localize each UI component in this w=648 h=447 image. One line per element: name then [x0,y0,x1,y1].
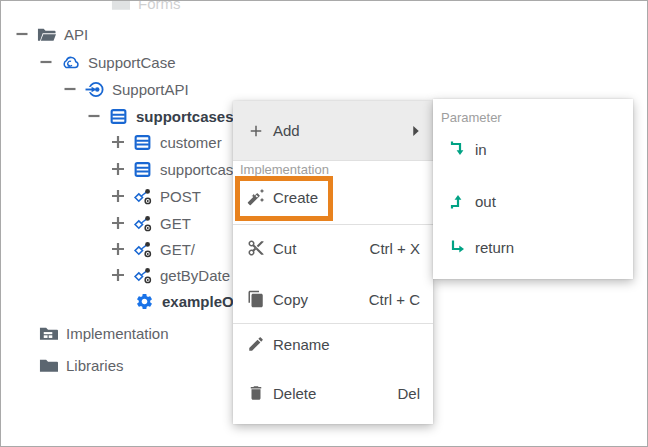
parameter-submenu: Parameter in out return [433,99,633,279]
tree-item-get-slash[interactable]: GET/ [111,236,195,262]
operation-icon [133,214,152,233]
table-icon [133,160,152,179]
tree-item-label: Forms [138,0,181,12]
tree-item-get[interactable]: GET [111,210,191,236]
submenu-item-in[interactable]: in [433,129,633,169]
menu-item-shortcut: Ctrl + C [369,291,420,308]
tree-item-label: SupportAPI [112,81,189,98]
menu-divider [233,160,433,161]
menu-item-cut[interactable]: Cut Ctrl + X [233,228,433,268]
tree-item-supportapi[interactable]: SupportAPI [63,76,189,102]
menu-item-copy[interactable]: Copy Ctrl + C [233,279,433,319]
folder-open-icon [37,25,56,44]
copy-icon [247,290,265,308]
submenu-section-parameter: Parameter [441,110,502,125]
folder-icon [111,0,130,13]
menu-item-create[interactable]: Create [233,177,433,217]
arrow-return-icon [449,238,467,256]
menu-item-label: Rename [273,336,330,353]
tree-item-supportcases[interactable]: supportcases [87,103,234,129]
table-icon [133,133,152,152]
menu-item-label: Delete [273,385,316,402]
trash-icon [247,384,265,402]
operation-icon [133,240,152,259]
menu-item-rename[interactable]: Rename [233,324,433,364]
folder-grid-icon [39,324,58,343]
tree-item-label: Libraries [66,357,124,374]
menu-item-label: Copy [273,291,308,308]
submenu-arrow-icon [405,120,427,142]
submenu-item-out[interactable]: out [433,181,633,221]
menu-section-implementation: Implementation [240,162,329,177]
gear-icon [135,292,154,311]
expand-plus-icon[interactable] [111,268,125,282]
tree-item-label: GET/ [160,241,195,258]
pencil-icon [247,335,265,353]
api-designer-screen: Forms API SupportCase [0,0,648,447]
menu-divider [233,224,433,225]
tree-item-supportcase-service[interactable]: SupportCase [39,49,176,75]
expand-plus-icon[interactable] [111,216,125,230]
submenu-item-label: out [475,193,496,210]
expand-plus-icon[interactable] [111,162,125,176]
menu-item-label: Create [273,189,318,206]
tree-item-libraries[interactable]: Libraries [39,352,124,378]
tree-item-api[interactable]: API [15,21,88,47]
tree-item-label: API [64,26,88,43]
arrow-out-icon [449,192,467,210]
operation-icon [133,187,152,206]
tree-item-post[interactable]: POST [111,183,201,209]
tree-item-label: getByDate [160,267,230,284]
expand-plus-icon[interactable] [111,242,125,256]
tree-item-label: SupportCase [88,54,176,71]
arrow-in-icon [449,140,467,158]
submenu-item-label: return [475,239,514,256]
collapse-minus-icon[interactable] [63,82,77,96]
table-icon [109,107,128,126]
tree-item-implementation[interactable]: Implementation [39,320,169,346]
tree-item-getbydate[interactable]: getByDate [111,262,230,288]
tree-item-label: supportcases [136,108,234,125]
submenu-item-return[interactable]: return [433,227,633,267]
scissors-icon [247,239,265,257]
menu-item-label: Cut [273,240,296,257]
menu-item-delete[interactable]: Delete Del [233,373,433,413]
tree-item-supportcase-table[interactable]: supportcase [111,156,242,182]
tree-item-forms[interactable]: Forms [111,0,181,16]
cloud-sync-icon [61,53,80,72]
tree-item-customer[interactable]: customer [111,129,222,155]
collapse-minus-icon[interactable] [15,27,29,41]
api-target-icon [85,80,104,99]
expand-plus-icon[interactable] [111,189,125,203]
menu-item-shortcut: Del [397,385,420,402]
tree-item-label: customer [160,134,222,151]
menu-item-label: Add [273,122,300,139]
collapse-minus-icon[interactable] [39,55,53,69]
tree-item-label: supportcase [160,161,242,178]
menu-item-shortcut: Ctrl + X [370,240,420,257]
collapse-minus-icon[interactable] [87,109,101,123]
tree-item-label: Implementation [66,325,169,342]
menu-item-add[interactable]: Add [233,101,433,160]
context-menu: Add Implementation Create Cut Ctrl + X [233,101,433,424]
tree-item-label: POST [160,188,201,205]
operation-icon [133,266,152,285]
magic-wand-icon [247,188,265,206]
expand-plus-icon[interactable] [111,135,125,149]
plus-icon [247,122,265,140]
folder-icon [39,356,58,375]
tree-item-label: GET [160,215,191,232]
submenu-item-label: in [475,141,487,158]
